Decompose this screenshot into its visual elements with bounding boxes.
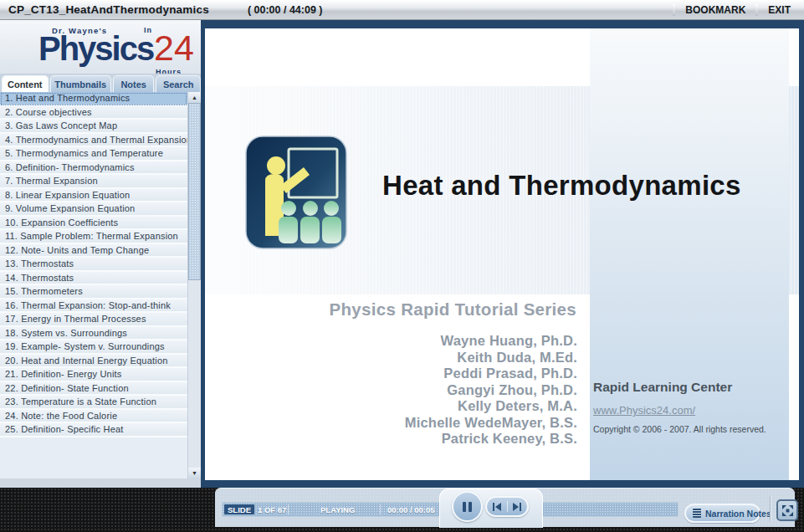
toc-item-1[interactable]: 1. Heat and Thermodynamics xyxy=(0,92,187,106)
sidebar: Dr. Wayne's Physics In 24 Hours Content … xyxy=(0,20,201,488)
next-icon xyxy=(513,503,519,511)
titlebar-divider xyxy=(673,4,675,16)
presenter-icon xyxy=(245,136,347,249)
sidebar-tabbar: Content Thumbnails Notes Search xyxy=(0,74,201,92)
toc-item-17[interactable]: 17. Energy in Thermal Processes xyxy=(0,313,187,327)
author-line: Keith Duda, M.Ed. xyxy=(314,350,577,366)
fullscreen-icon xyxy=(781,504,794,517)
previous-icon xyxy=(493,503,494,511)
title-bar: CP_CT13_HeatAndThermodynamics ( 00:00 / … xyxy=(0,0,804,20)
player-bar: SLIDE 1 OF 67 PLAYING 00:00 / 00:05 xyxy=(0,488,804,532)
previous-slide-button[interactable] xyxy=(487,498,507,515)
authors-list: Wayne Huang, Ph.D. Keith Duda, M.Ed. Ped… xyxy=(314,333,577,448)
slide-frame: Heat and Thermodynamics Physics Rapid Tu… xyxy=(201,20,804,488)
logo-number-24: 24 xyxy=(154,28,194,69)
prev-next-control xyxy=(485,496,529,517)
pause-icon xyxy=(463,502,466,512)
pause-button[interactable] xyxy=(452,491,483,522)
toc-item-24[interactable]: 24. Note: the Food Calorie xyxy=(0,410,187,424)
table-of-contents: 1. Heat and Thermodynamics 2. Course obj… xyxy=(0,92,187,478)
slide-canvas: Heat and Thermodynamics Physics Rapid Tu… xyxy=(205,28,799,480)
copyright-text: Copyright © 2006 - 2007. All rights rese… xyxy=(593,424,786,434)
status-divider xyxy=(288,504,289,514)
slide-position: 1 OF 67 xyxy=(258,503,286,516)
org-name: Rapid Learning Center xyxy=(593,380,786,395)
toc-item-18[interactable]: 18. System vs. Surroundings xyxy=(0,327,187,341)
toc-item-5[interactable]: 5. Thermodynamics and Temperature xyxy=(0,147,187,161)
logo-hours-word: Hours xyxy=(156,68,182,74)
toc-item-21[interactable]: 21. Definition- Energy Units xyxy=(0,368,187,382)
player-control-panel: SLIDE 1 OF 67 PLAYING 00:00 / 00:05 xyxy=(215,488,795,527)
fullscreen-button[interactable] xyxy=(776,499,798,521)
org-website-link[interactable]: www.Physics24.com/ xyxy=(593,404,695,417)
narration-notes-label: Narration Notes xyxy=(705,509,771,519)
next-slide-button[interactable] xyxy=(508,498,528,515)
toc-item-23[interactable]: 23. Temperature is a State Function xyxy=(0,396,187,410)
author-line: Peddi Prasad, Ph.D. xyxy=(314,366,577,382)
lesson-title: CP_CT13_HeatAndThermodynamics xyxy=(8,3,209,16)
toc-item-13[interactable]: 13. Thermostats xyxy=(0,258,187,272)
author-line: Kelly Deters, M.A. xyxy=(314,398,577,415)
toc-item-20[interactable]: 20. Heat and Internal Energy Equation xyxy=(0,355,187,369)
toc-scrollbar[interactable]: ▲ ▼ xyxy=(187,92,201,478)
panel-divider xyxy=(770,496,771,521)
physics24-logo: Dr. Wayne's Physics In 24 Hours xyxy=(0,20,201,74)
scrollbar-down-icon[interactable]: ▼ xyxy=(188,468,201,478)
tab-notes[interactable]: Notes xyxy=(113,75,155,92)
scrollbar-thumb[interactable] xyxy=(188,103,201,280)
tab-search[interactable]: Search xyxy=(156,75,201,92)
toc-item-22[interactable]: 22. Definition- State Function xyxy=(0,382,187,396)
previous-icon xyxy=(495,503,501,511)
titlebar-divider xyxy=(755,4,758,16)
slide-label: SLIDE xyxy=(224,504,254,514)
toc-item-2[interactable]: 2. Course objectives xyxy=(0,106,187,120)
toc-item-8[interactable]: 8. Linear Expansion Equation xyxy=(0,189,187,203)
status-divider xyxy=(380,504,381,514)
author-line: Gangyi Zhou, Ph.D. xyxy=(314,382,577,399)
series-subtitle: Physics Rapid Tutorial Series xyxy=(205,299,576,320)
logo-in-word: In xyxy=(144,26,152,34)
toc-item-19[interactable]: 19. Example- System v. Surroundings xyxy=(0,340,187,355)
author-line: Michelle WedeMayer, B.S. xyxy=(314,415,577,432)
narration-notes-button[interactable]: Narration Notes xyxy=(684,504,760,523)
toc-item-6[interactable]: 6. Definition- Thermodynamics xyxy=(0,161,187,176)
toc-item-25[interactable]: 25. Definition- Specific Heat xyxy=(0,423,187,437)
author-line: Patrick Keeney, B.S. xyxy=(314,431,577,448)
logo-word: Physics xyxy=(38,30,153,68)
tab-content[interactable]: Content xyxy=(2,75,49,92)
slide-title: Heat and Thermodynamics xyxy=(382,170,797,202)
scrollbar-up-icon[interactable]: ▲ xyxy=(188,92,201,103)
bookmark-button[interactable]: BOOKMARK xyxy=(685,4,745,16)
total-time: ( 00:00 / 44:09 ) xyxy=(248,4,323,16)
toc-item-3[interactable]: 3. Gas Laws Concept Map xyxy=(0,120,187,134)
toc-item-10[interactable]: 10. Expansion Coefficients xyxy=(0,217,187,231)
sidebar-footer xyxy=(0,478,201,488)
toc-item-11[interactable]: 11. Sample Problem: Thermal Expansion xyxy=(0,230,187,244)
org-block: Rapid Learning Center www.Physics24.com/… xyxy=(593,380,786,434)
toc-item-4[interactable]: 4. Thermodynamics and Thermal Expansion xyxy=(0,134,187,148)
exit-button[interactable]: EXIT xyxy=(768,4,791,16)
toc-item-15[interactable]: 15. Thermometers xyxy=(0,285,187,299)
author-line: Wayne Huang, Ph.D. xyxy=(314,333,577,350)
tab-thumbnails[interactable]: Thumbnails xyxy=(50,75,111,92)
pause-icon xyxy=(469,502,472,512)
toc-item-12[interactable]: 12. Note- Units and Temp Change xyxy=(0,244,187,258)
notes-document-icon xyxy=(693,509,701,518)
toc-item-7[interactable]: 7. Thermal Expansion xyxy=(0,175,187,189)
toc-item-16[interactable]: 16. Thermal Expansion: Stop-and-think xyxy=(0,299,187,314)
toc-item-9[interactable]: 9. Volume Expansion Equation xyxy=(0,202,187,217)
playback-status: PLAYING xyxy=(320,503,355,516)
slide-time: 00:00 / 00:05 xyxy=(387,503,435,516)
toc-item-14[interactable]: 14. Thermostats xyxy=(0,272,187,286)
next-icon xyxy=(520,503,521,511)
